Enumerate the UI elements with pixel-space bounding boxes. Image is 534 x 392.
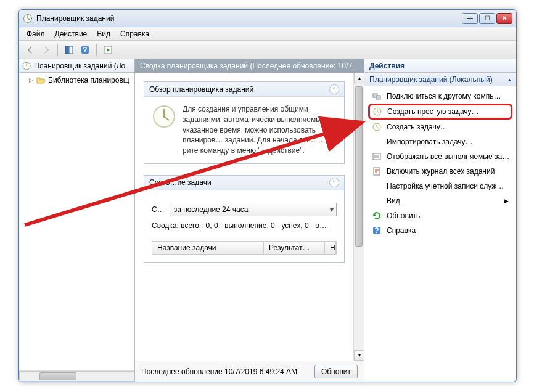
svg-point-8	[163, 115, 165, 118]
action-create-task[interactable]: Создать задачу…	[368, 120, 512, 134]
col-result[interactable]: Результат…	[264, 242, 325, 254]
refresh-icon	[372, 211, 382, 221]
action-enable-history[interactable]: Включить журнал всех заданий	[368, 164, 512, 179]
menu-file[interactable]: Файл	[22, 28, 50, 40]
nav-forward-button[interactable]	[39, 43, 54, 57]
help-icon: ?	[372, 226, 382, 235]
center-body: Обзор планировщика заданий ⌃ Для создани…	[135, 73, 364, 361]
collapse-icon[interactable]: ⌃	[329, 84, 339, 94]
overview-header: Обзор планировщика заданий ⌃	[144, 82, 344, 97]
combo-value: за последние 24 часа	[174, 205, 249, 214]
toolbar-separator	[57, 44, 58, 56]
overview-description: Для создания и управления общими задания…	[183, 104, 337, 156]
tree-root[interactable]: Планировщик заданий (Ло	[19, 59, 134, 73]
svg-text:?: ?	[83, 46, 87, 54]
help-button[interactable]: ?	[78, 43, 92, 57]
connect-icon	[372, 91, 382, 101]
action-help[interactable]: ? Справка	[368, 223, 512, 238]
window: Планировщик заданий — ☐ ✕ Файл Действие …	[18, 9, 517, 382]
account-icon	[372, 181, 382, 191]
overview-title: Обзор планировщика заданий	[149, 85, 329, 94]
show-tree-button[interactable]	[62, 43, 76, 57]
actions-section-label: Планировщик заданий (Локальный)	[369, 75, 508, 84]
action-view[interactable]: Вид ▶	[368, 194, 512, 208]
timeframe-combo[interactable]: за последние 24 часа	[170, 203, 337, 216]
horizontal-scrollbar[interactable]	[19, 371, 134, 382]
last-update-text: Последнее обновление 10/7/2019 6:49:24 A…	[141, 367, 310, 376]
svg-rect-14	[374, 168, 380, 175]
scroll-down-button[interactable]: ▾	[354, 350, 364, 361]
window-title: Планировщик заданий	[36, 14, 462, 23]
status-short-label: С…	[152, 205, 165, 214]
close-button[interactable]: ✕	[496, 13, 512, 24]
toolbar: ?	[19, 41, 516, 59]
tree-root-label: Планировщик заданий (Ло	[34, 62, 125, 70]
menu-view[interactable]: Вид	[92, 28, 115, 40]
collapse-icon[interactable]: ⌃	[329, 178, 339, 187]
maximize-button[interactable]: ☐	[479, 13, 495, 24]
status-title: Состо…ие задачи	[149, 178, 329, 187]
tree-pane: Планировщик заданий (Ло ▷ Библиотека пла…	[19, 59, 135, 382]
status-header: Состо…ие задачи ⌃	[144, 176, 344, 190]
task-list-header: Название задачи Результат… Н	[152, 241, 337, 255]
svg-rect-1	[65, 46, 68, 54]
create-simple-icon	[372, 107, 382, 116]
minimize-button[interactable]: —	[462, 13, 478, 24]
menu-help[interactable]: Справка	[115, 28, 154, 40]
run-button[interactable]	[101, 43, 115, 57]
status-group: Состо…ие задачи ⌃ С… за последние 24 час…	[144, 175, 345, 263]
center-header: Сводка планировщика заданий (Последнее о…	[135, 59, 364, 73]
actions-body: Подключиться к другому компь… Создать пр…	[364, 86, 516, 240]
actions-title: Действия	[364, 59, 516, 73]
scroll-up-button[interactable]: ▴	[354, 73, 364, 83]
tree-item-label: Библиотека планировщ	[48, 76, 129, 84]
tree-footer	[19, 370, 134, 382]
action-import-task[interactable]: Импортировать задачу…	[368, 134, 512, 149]
import-icon	[372, 137, 382, 147]
create-icon	[372, 122, 382, 132]
app-icon	[23, 14, 33, 23]
tree-body: ▷ Библиотека планировщ	[19, 73, 134, 370]
col-next[interactable]: Н	[325, 242, 336, 254]
center-pane: Сводка планировщика заданий (Последнее о…	[135, 59, 364, 382]
expand-icon[interactable]: ▷	[29, 77, 33, 83]
view-icon	[372, 196, 382, 206]
vertical-scrollbar[interactable]: ▴ ▾	[353, 73, 364, 361]
svg-text:?: ?	[374, 226, 379, 235]
history-icon	[372, 166, 382, 176]
action-refresh[interactable]: Обновить	[368, 208, 512, 223]
svg-rect-2	[69, 46, 73, 54]
toolbar-separator	[96, 44, 97, 56]
menu-action[interactable]: Действие	[50, 28, 92, 40]
show-all-icon	[372, 152, 382, 161]
submenu-arrow-icon: ▶	[504, 198, 509, 204]
titlebar: Планировщик заданий — ☐ ✕	[19, 10, 516, 27]
menubar: Файл Действие Вид Справка	[19, 27, 516, 41]
main-panes: Планировщик заданий (Ло ▷ Библиотека пла…	[19, 59, 516, 382]
action-create-simple-task[interactable]: Создать простую задачу…	[368, 104, 512, 120]
actions-section[interactable]: Планировщик заданий (Локальный) ▴	[364, 73, 516, 86]
scheduler-icon	[152, 104, 176, 129]
svg-rect-10	[376, 96, 380, 99]
nav-back-button[interactable]	[23, 43, 38, 57]
col-name[interactable]: Название задачи	[152, 242, 264, 254]
window-buttons: — ☐ ✕	[462, 13, 512, 24]
center-footer: Последнее обновление 10/7/2019 6:49:24 A…	[135, 361, 364, 382]
overview-group: Обзор планировщика заданий ⌃ Для создани…	[144, 81, 345, 164]
actions-pane: Действия Планировщик заданий (Локальный)…	[364, 59, 516, 382]
action-show-all-running[interactable]: Отображать все выполняемые за…	[368, 149, 512, 164]
status-summary: Сводка: всего - 0, 0 - выполнение, 0 - у…	[152, 221, 337, 230]
action-connect[interactable]: Подключиться к другому компь…	[368, 89, 512, 104]
tree-item-library[interactable]: ▷ Библиотека планировщ	[22, 74, 132, 86]
action-account-settings[interactable]: Настройка учетной записи служ…	[368, 179, 512, 194]
chevron-up-icon: ▴	[508, 76, 511, 83]
refresh-button[interactable]: Обновит	[314, 365, 358, 378]
